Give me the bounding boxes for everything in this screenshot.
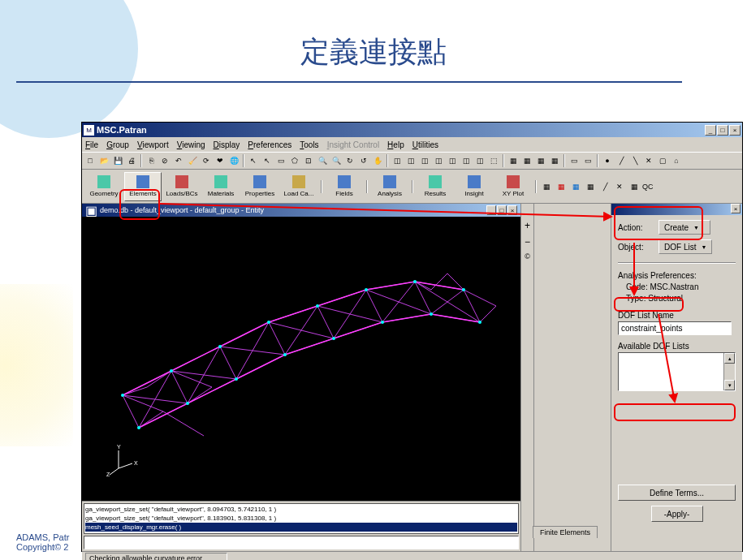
loadcases-button[interactable]: Load Ca...	[280, 172, 317, 201]
tb-mesh5-icon[interactable]: ╱	[598, 180, 611, 193]
tb-broom-icon[interactable]: 🧹	[186, 154, 199, 167]
tb-print-icon[interactable]: 🖨	[125, 154, 138, 167]
tb-shade-icon[interactable]: ▦	[534, 154, 547, 167]
viewport-canvas[interactable]: X Y Z	[82, 217, 520, 501]
tb-heart-icon[interactable]: ❤	[214, 154, 227, 167]
tb-view7-icon[interactable]: ◫	[473, 154, 486, 167]
menu-display[interactable]: Display	[214, 140, 240, 149]
tb-copy-icon[interactable]: ⎘	[145, 154, 158, 167]
menu-viewport[interactable]: Viewport	[137, 140, 169, 149]
svg-point-11	[283, 353, 287, 356]
tb-mesh2-icon[interactable]: ▦	[555, 180, 568, 193]
scroll-down-icon[interactable]: ▾	[724, 380, 735, 390]
menu-tools[interactable]: Tools	[300, 140, 318, 149]
tb-wireframe-icon[interactable]: ▦	[507, 154, 520, 167]
tb-line2-icon[interactable]: ╲	[628, 154, 641, 167]
command-input[interactable]	[84, 536, 519, 549]
panel-close-button[interactable]: ×	[731, 204, 741, 213]
tb-open-icon[interactable]: 📂	[97, 154, 110, 167]
tb-point-icon[interactable]: ●	[601, 154, 614, 167]
minimize-button[interactable]: _	[705, 125, 716, 136]
tb-zoomfit-icon[interactable]: ⊡	[302, 154, 315, 167]
insight-button[interactable]: Insight	[456, 172, 493, 201]
vp-maximize-button[interactable]: □	[497, 205, 507, 215]
zoom-out-button[interactable]: −	[525, 236, 530, 248]
object-dropdown[interactable]: DOF List	[658, 239, 712, 254]
tb-abort-icon[interactable]: ⊘	[158, 154, 171, 167]
available-lists-label: Available DOF Lists	[618, 342, 736, 351]
menu-viewing[interactable]: Viewing	[177, 140, 205, 149]
tb-undo-icon[interactable]: ↶	[172, 154, 185, 167]
tb-view3-icon[interactable]: ◫	[418, 154, 431, 167]
zoom-fit-icon[interactable]: ©	[525, 252, 530, 261]
define-terms-button[interactable]: Define Terms...	[618, 485, 736, 501]
command-history[interactable]: ga_viewport_size_set( "default_viewport"…	[84, 503, 519, 534]
tb-zoomout-icon[interactable]: 🔍	[330, 154, 343, 167]
menu-utilities[interactable]: Utilities	[412, 140, 438, 149]
xyplot-button[interactable]: XY Plot	[494, 172, 532, 201]
available-lists-box[interactable]: ▴ ▾	[618, 352, 736, 391]
tb-shade2-icon[interactable]: ▦	[548, 154, 561, 167]
tb-view5-icon[interactable]: ◫	[446, 154, 459, 167]
tb-globe-icon[interactable]: 🌐	[227, 154, 240, 167]
tb-line-icon[interactable]: ╱	[615, 154, 628, 167]
tb-mesh3-icon[interactable]: ▦	[569, 180, 582, 193]
tb-rotate-icon[interactable]: ↻	[343, 154, 356, 167]
menu-file[interactable]: File	[85, 140, 98, 149]
vp-close-button[interactable]: ×	[507, 205, 517, 215]
tb-cursor2-icon[interactable]: ↖	[261, 154, 274, 167]
axis-gizmo: X Y Z	[106, 444, 139, 476]
tb-mesh6-icon[interactable]: ✕	[613, 180, 626, 193]
svg-point-4	[316, 304, 319, 308]
tb-mesh4-icon[interactable]: ▦	[584, 180, 597, 193]
scroll-up-icon[interactable]: ▴	[724, 353, 735, 364]
tb-pan-icon[interactable]: ✋	[371, 154, 384, 167]
cmd-line: ga_viewport_size_set( "default_viewport"…	[85, 505, 517, 514]
tb-hidden-icon[interactable]: ▦	[520, 154, 533, 167]
menu-preferences[interactable]: Preferences	[248, 140, 291, 149]
tb-x-icon[interactable]: ✕	[642, 154, 655, 167]
menu-group[interactable]: Group	[106, 140, 129, 149]
close-button[interactable]: ×	[729, 125, 741, 136]
dof-name-input[interactable]	[618, 321, 732, 335]
tb-rotate2-icon[interactable]: ↺	[357, 154, 370, 167]
tb-view2-icon[interactable]: ◫	[404, 154, 417, 167]
tb-mesh1-icon[interactable]: ▦	[540, 180, 553, 193]
callout-define-box	[614, 403, 736, 421]
zoom-in-button[interactable]: +	[525, 220, 530, 231]
properties-button[interactable]: Properties	[241, 172, 279, 201]
finite-elements-tab[interactable]: Finite Elements	[533, 526, 598, 538]
vp-minimize-button[interactable]: _	[486, 205, 496, 215]
tb-surf-icon[interactable]: ▢	[656, 154, 669, 167]
viewport-icon: ▣	[85, 203, 97, 218]
tb-iso-icon[interactable]: ⬚	[487, 154, 500, 167]
analysis-button[interactable]: Analysis	[371, 172, 408, 201]
tb-mesh7-icon[interactable]: ▦	[628, 180, 641, 193]
tb-zoomin-icon[interactable]: 🔍	[316, 154, 329, 167]
tb-new-icon[interactable]: □	[84, 154, 97, 167]
tb-cursor-icon[interactable]: ↖	[247, 154, 260, 167]
tb-refresh-icon[interactable]: ⟳	[200, 154, 213, 167]
results-button[interactable]: Results	[417, 172, 454, 201]
tb-view4-icon[interactable]: ◫	[432, 154, 445, 167]
app-icon: M	[84, 125, 94, 136]
apply-button[interactable]: -Apply-	[651, 506, 703, 522]
tb-label2-icon[interactable]: ▭	[581, 154, 594, 167]
qc-label: QC	[642, 183, 654, 191]
materials-button[interactable]: Materials	[202, 172, 240, 201]
tb-label-icon[interactable]: ▭	[568, 154, 581, 167]
loadsbcs-button[interactable]: Loads/BCs	[163, 172, 201, 201]
tb-poly-icon[interactable]: ⬠	[288, 154, 301, 167]
menu-help[interactable]: Help	[387, 140, 404, 149]
geometry-button[interactable]: Geometry	[85, 172, 123, 201]
tb-home-icon[interactable]: ⌂	[670, 154, 683, 167]
menu-insight[interactable]: Insight Control	[327, 140, 379, 149]
tb-rect-icon[interactable]: ▭	[274, 154, 287, 167]
fields-button[interactable]: Fields	[326, 172, 363, 201]
maximize-button[interactable]: □	[717, 125, 728, 136]
tb-save-icon[interactable]: 💾	[111, 154, 124, 167]
tb-view6-icon[interactable]: ◫	[460, 154, 473, 167]
cmd-line-selected: mesh_seed_display_mgr.erase( )	[85, 523, 517, 532]
tb-view1-icon[interactable]: ◫	[391, 154, 404, 167]
main-toolbar: Geometry Elements Loads/BCs Materials Pr…	[82, 170, 742, 204]
